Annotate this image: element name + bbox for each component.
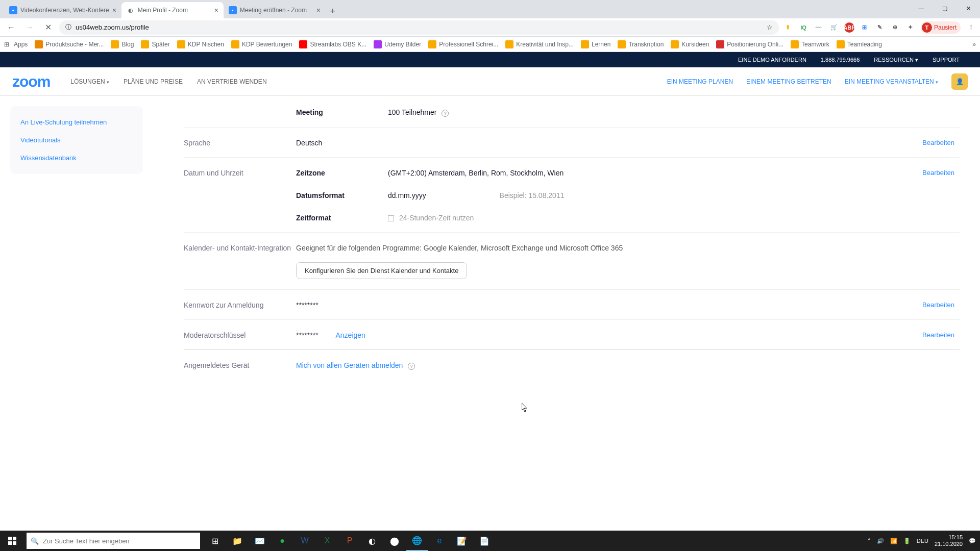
hostkey-label: Moderatorschlüssel: [184, 331, 296, 339]
bookmark-overflow[interactable]: »: [972, 41, 976, 48]
maximize-button[interactable]: ▢: [933, 0, 957, 16]
back-button[interactable]: ←: [4, 20, 18, 35]
bookmark-item[interactable]: Lernen: [581, 40, 610, 48]
reload-button[interactable]: ✕: [41, 20, 55, 35]
spotify-icon[interactable]: ●: [272, 531, 293, 551]
sidebar-video-tutorials[interactable]: Videotutorials: [20, 131, 133, 149]
word-icon[interactable]: W: [294, 531, 315, 551]
password-value: ********: [296, 301, 960, 309]
extension-icon[interactable]: ✎: [875, 22, 885, 33]
extension-icon[interactable]: IQ: [798, 22, 808, 33]
show-hostkey-link[interactable]: Anzeigen: [335, 331, 365, 339]
extension-icon[interactable]: 〰: [814, 22, 824, 33]
mail-icon[interactable]: ✉️: [249, 531, 271, 551]
extension-icon[interactable]: ⊕: [890, 22, 900, 33]
edit-hostkey-link[interactable]: Bearbeiten: [922, 331, 954, 339]
wifi-icon[interactable]: 📶: [890, 538, 897, 544]
edit-password-link[interactable]: Bearbeiten: [922, 301, 954, 309]
edge-icon[interactable]: e: [429, 531, 450, 551]
site-info-icon[interactable]: ⓘ: [65, 23, 71, 32]
support-link[interactable]: SUPPORT: [933, 57, 960, 63]
configure-calendar-button[interactable]: Konfigurieren Sie den Dienst Kalender un…: [296, 262, 467, 279]
keyboard-lang[interactable]: DEU: [917, 538, 928, 544]
svg-rect-0: [8, 537, 12, 540]
edit-datetime-link[interactable]: Bearbeiten: [922, 169, 954, 177]
app-icon[interactable]: ◐: [361, 531, 383, 551]
bookmark-item[interactable]: Teamleading: [837, 40, 882, 48]
start-button[interactable]: [0, 531, 24, 551]
forward-button[interactable]: →: [22, 20, 37, 35]
chrome-profile-button[interactable]: T Pausiert: [921, 21, 961, 34]
notepad-icon[interactable]: 📝: [451, 531, 473, 551]
timeformat-checkbox[interactable]: [388, 215, 394, 221]
bookmark-item[interactable]: Kreativität und Insp...: [505, 40, 574, 48]
notifications-icon[interactable]: 💬: [969, 538, 976, 544]
extension-icon[interactable]: ⊞: [860, 22, 870, 33]
help-icon[interactable]: ?: [408, 363, 415, 370]
bookmark-item[interactable]: Teamwork: [791, 40, 829, 48]
bookmark-item[interactable]: KDP Nischen: [177, 40, 224, 48]
bookmark-item[interactable]: Kursideen: [671, 40, 709, 48]
svg-rect-1: [13, 537, 16, 540]
taskbar-clock[interactable]: 15:15 21.10.2020: [935, 534, 963, 547]
join-meeting-link[interactable]: EINEM MEETING BEITRETEN: [746, 78, 831, 85]
close-icon[interactable]: ×: [214, 6, 218, 14]
edit-language-link[interactable]: Bearbeiten: [922, 139, 954, 146]
request-demo-link[interactable]: EINE DEMO ANFORDERN: [738, 57, 806, 63]
help-icon[interactable]: ?: [442, 110, 449, 117]
profile-status: Pausiert: [934, 24, 957, 31]
bookmark-item[interactable]: Produktsuche - Mer...: [35, 40, 104, 48]
tray-chevron-icon[interactable]: ˄: [868, 538, 871, 544]
close-icon[interactable]: ×: [112, 6, 116, 14]
chrome-menu-icon[interactable]: ⋮: [966, 22, 976, 33]
extension-icon[interactable]: ⬆: [783, 22, 793, 33]
phone-link[interactable]: 1.888.799.9666: [821, 57, 860, 63]
bookmark-item[interactable]: Udemy Bilder: [374, 40, 421, 48]
obs-icon[interactable]: ⬤: [384, 531, 405, 551]
bookmark-item[interactable]: Blog: [111, 40, 134, 48]
powerpoint-icon[interactable]: P: [339, 531, 360, 551]
sidebar-knowledge-base[interactable]: Wissensdatenbank: [20, 149, 133, 167]
tab-videokonferenzen[interactable]: ▪ Videokonferenzen, Web-Konfere ×: [4, 2, 121, 18]
meeting-label: Meeting: [296, 108, 388, 117]
search-placeholder: Zur Suche Text hier eingeben: [43, 537, 130, 545]
new-tab-button[interactable]: +: [326, 4, 340, 18]
extensions-menu-icon[interactable]: ✦: [905, 22, 916, 33]
apps-button[interactable]: ⊞Apps: [4, 41, 28, 48]
signout-all-link[interactable]: Mich von allen Geräten abmelden: [296, 361, 403, 369]
bookmark-item[interactable]: Transkription: [618, 40, 664, 48]
url-input[interactable]: ⓘ us04web.zoom.us/profile ☆: [59, 20, 779, 35]
bookmark-item[interactable]: Später: [141, 40, 169, 48]
adblock-icon[interactable]: ABP: [844, 22, 854, 33]
bookmark-item[interactable]: Positionierung Onli...: [716, 40, 783, 48]
close-icon[interactable]: ×: [316, 6, 321, 14]
bookmark-item[interactable]: Professionell Schrei...: [428, 40, 498, 48]
zoom-favicon: ▪: [9, 6, 17, 14]
tab-meeting-eroeffnen[interactable]: ▪ Meeting eröffnen - Zoom ×: [224, 2, 326, 18]
nav-contact-sales[interactable]: AN VERTRIEB WENDEN: [197, 78, 266, 85]
minimize-button[interactable]: —: [910, 0, 933, 16]
sidebar-live-training[interactable]: An Live-Schulung teilnehmen: [20, 113, 133, 131]
user-avatar[interactable]: 👤: [951, 73, 968, 90]
profile-content: Meeting 100 Teilnehmer ? Sprache Deutsch…: [153, 96, 980, 531]
bookmark-item[interactable]: KDP Bewertungen: [231, 40, 292, 48]
tab-mein-profil[interactable]: ◐ Mein Profil - Zoom ×: [121, 2, 224, 18]
resources-dropdown[interactable]: RESSOURCEN ▾: [874, 57, 918, 63]
app-icon[interactable]: 📄: [474, 531, 495, 551]
nav-plans[interactable]: PLÄNE UND PREISE: [124, 78, 183, 85]
close-window-button[interactable]: ✕: [957, 0, 980, 16]
nav-solutions[interactable]: LÖSUNGEN ▾: [70, 78, 109, 85]
volume-icon[interactable]: 🔊: [877, 538, 884, 544]
schedule-meeting-link[interactable]: EIN MEETING PLANEN: [667, 78, 733, 85]
extension-icon[interactable]: 🛒: [829, 22, 839, 33]
battery-icon[interactable]: 🔋: [903, 538, 911, 544]
task-view-icon[interactable]: ⊞: [204, 531, 226, 551]
file-explorer-icon[interactable]: 📁: [227, 531, 248, 551]
taskbar-search[interactable]: 🔍 Zur Suche Text hier eingeben: [27, 533, 200, 549]
star-icon[interactable]: ☆: [767, 23, 773, 31]
zoom-logo[interactable]: zoom: [12, 73, 50, 90]
bookmark-item[interactable]: Streamlabs OBS K...: [299, 40, 366, 48]
host-meeting-dropdown[interactable]: EIN MEETING VERANSTALTEN ▾: [845, 78, 938, 85]
excel-icon[interactable]: X: [316, 531, 338, 551]
chrome-icon[interactable]: 🌐: [406, 531, 428, 551]
